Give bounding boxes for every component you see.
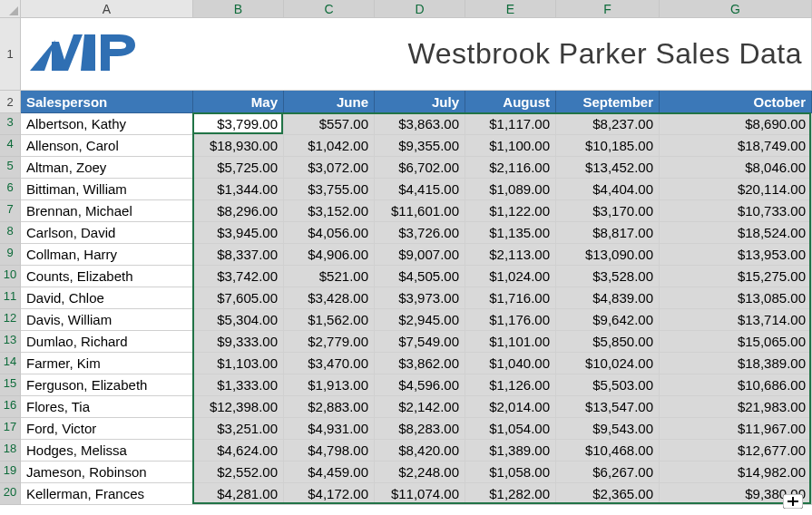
data-cell[interactable]: $3,863.00: [375, 113, 465, 135]
data-cell[interactable]: $1,040.00: [465, 353, 556, 374]
data-cell[interactable]: $2,116.00: [465, 157, 556, 179]
data-cell[interactable]: $6,267.00: [556, 462, 660, 483]
data-cell[interactable]: $8,817.00: [556, 222, 660, 244]
data-cell[interactable]: $4,056.00: [284, 222, 375, 244]
data-cell[interactable]: $8,296.00: [193, 200, 284, 222]
data-cell[interactable]: $3,072.00: [284, 157, 375, 179]
data-cell[interactable]: $3,470.00: [284, 353, 375, 374]
data-cell[interactable]: $18,524.00: [660, 222, 812, 244]
salesperson-cell[interactable]: Brennan, Michael: [21, 200, 193, 222]
data-cell[interactable]: $10,686.00: [660, 374, 812, 396]
data-cell[interactable]: $3,973.00: [375, 287, 465, 309]
salesperson-cell[interactable]: Davis, William: [21, 309, 193, 331]
data-cell[interactable]: $5,503.00: [556, 374, 660, 396]
data-cell[interactable]: $3,755.00: [284, 179, 375, 200]
data-cell[interactable]: $2,113.00: [465, 244, 556, 266]
data-cell[interactable]: $1,333.00: [193, 374, 284, 396]
data-cell[interactable]: $13,452.00: [556, 157, 660, 179]
data-cell[interactable]: $1,024.00: [465, 266, 556, 287]
data-cell[interactable]: $11,967.00: [660, 418, 812, 440]
salesperson-cell[interactable]: Kellerman, Frances: [21, 483, 193, 505]
data-cell[interactable]: $11,601.00: [375, 200, 465, 222]
data-cell[interactable]: $1,101.00: [465, 331, 556, 353]
salesperson-cell[interactable]: Allenson, Carol: [21, 135, 193, 157]
data-cell[interactable]: $1,176.00: [465, 309, 556, 331]
data-cell[interactable]: $3,799.00: [193, 113, 284, 135]
data-cell[interactable]: $18,930.00: [193, 135, 284, 157]
data-cell[interactable]: $10,185.00: [556, 135, 660, 157]
data-cell[interactable]: $1,126.00: [465, 374, 556, 396]
header-may[interactable]: May: [193, 91, 284, 113]
row-header-14[interactable]: 14: [0, 353, 21, 374]
data-cell[interactable]: $1,389.00: [465, 440, 556, 462]
header-salesperson[interactable]: Salesperson: [21, 91, 193, 113]
col-header-d[interactable]: D: [375, 0, 465, 18]
data-cell[interactable]: $1,117.00: [465, 113, 556, 135]
data-cell[interactable]: $521.00: [284, 266, 375, 287]
row-header-6[interactable]: 6: [0, 179, 21, 200]
row-header-13[interactable]: 13: [0, 331, 21, 353]
row-header-17[interactable]: 17: [0, 418, 21, 440]
data-cell[interactable]: $1,054.00: [465, 418, 556, 440]
data-cell[interactable]: $6,702.00: [375, 157, 465, 179]
row-header-5[interactable]: 5: [0, 157, 21, 179]
data-cell[interactable]: $1,135.00: [465, 222, 556, 244]
data-cell[interactable]: $3,428.00: [284, 287, 375, 309]
salesperson-cell[interactable]: Hodges, Melissa: [21, 440, 193, 462]
data-cell[interactable]: $4,931.00: [284, 418, 375, 440]
header-june[interactable]: June: [284, 91, 375, 113]
data-cell[interactable]: $13,953.00: [660, 244, 812, 266]
row-header-10[interactable]: 10: [0, 266, 21, 287]
salesperson-cell[interactable]: Bittiman, William: [21, 179, 193, 200]
salesperson-cell[interactable]: David, Chloe: [21, 287, 193, 309]
data-cell[interactable]: $3,742.00: [193, 266, 284, 287]
data-cell[interactable]: $557.00: [284, 113, 375, 135]
data-cell[interactable]: $5,304.00: [193, 309, 284, 331]
row-header-16[interactable]: 16: [0, 396, 21, 418]
salesperson-cell[interactable]: Collman, Harry: [21, 244, 193, 266]
data-cell[interactable]: $18,749.00: [660, 135, 812, 157]
data-cell[interactable]: $3,251.00: [193, 418, 284, 440]
col-header-b[interactable]: B: [193, 0, 284, 18]
data-cell[interactable]: $1,122.00: [465, 200, 556, 222]
data-cell[interactable]: $1,042.00: [284, 135, 375, 157]
salesperson-cell[interactable]: Albertson, Kathy: [21, 113, 193, 135]
data-cell[interactable]: $4,281.00: [193, 483, 284, 505]
data-cell[interactable]: $1,058.00: [465, 462, 556, 483]
data-cell[interactable]: $8,237.00: [556, 113, 660, 135]
data-cell[interactable]: $5,850.00: [556, 331, 660, 353]
data-cell[interactable]: $9,380.00: [660, 483, 812, 505]
data-cell[interactable]: $13,090.00: [556, 244, 660, 266]
data-cell[interactable]: $2,014.00: [465, 396, 556, 418]
data-cell[interactable]: $4,172.00: [284, 483, 375, 505]
salesperson-cell[interactable]: Altman, Zoey: [21, 157, 193, 179]
data-cell[interactable]: $8,046.00: [660, 157, 812, 179]
data-cell[interactable]: $1,913.00: [284, 374, 375, 396]
data-cell[interactable]: $1,562.00: [284, 309, 375, 331]
data-cell[interactable]: $8,420.00: [375, 440, 465, 462]
data-cell[interactable]: $3,945.00: [193, 222, 284, 244]
data-cell[interactable]: $2,552.00: [193, 462, 284, 483]
data-cell[interactable]: $15,275.00: [660, 266, 812, 287]
data-cell[interactable]: $2,945.00: [375, 309, 465, 331]
data-cell[interactable]: $2,883.00: [284, 396, 375, 418]
data-cell[interactable]: $8,690.00: [660, 113, 812, 135]
salesperson-cell[interactable]: Flores, Tia: [21, 396, 193, 418]
data-cell[interactable]: $21,983.00: [660, 396, 812, 418]
row-header-1[interactable]: 1: [0, 18, 21, 91]
data-cell[interactable]: $2,142.00: [375, 396, 465, 418]
data-cell[interactable]: $20,114.00: [660, 179, 812, 200]
data-cell[interactable]: $10,024.00: [556, 353, 660, 374]
data-cell[interactable]: $13,085.00: [660, 287, 812, 309]
data-cell[interactable]: $4,415.00: [375, 179, 465, 200]
header-august[interactable]: August: [465, 91, 556, 113]
data-cell[interactable]: $3,726.00: [375, 222, 465, 244]
data-cell[interactable]: $9,355.00: [375, 135, 465, 157]
data-cell[interactable]: $4,459.00: [284, 462, 375, 483]
data-cell[interactable]: $1,282.00: [465, 483, 556, 505]
data-cell[interactable]: $1,089.00: [465, 179, 556, 200]
data-cell[interactable]: $4,906.00: [284, 244, 375, 266]
title-row[interactable]: Westbrook Parker Sales Data: [21, 18, 812, 91]
row-header-8[interactable]: 8: [0, 222, 21, 244]
data-cell[interactable]: $2,248.00: [375, 462, 465, 483]
